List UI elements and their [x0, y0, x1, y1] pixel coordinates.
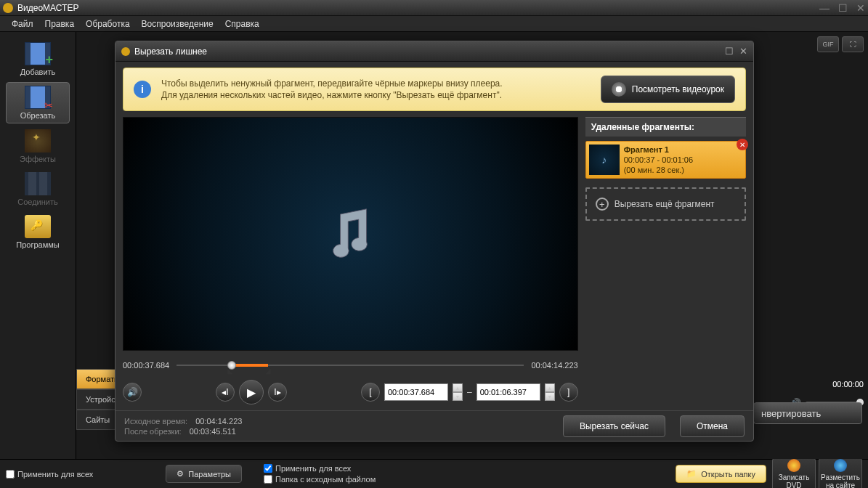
main-menu: Файл Правка Обработка Воспроизведение Сп… — [0, 16, 868, 32]
fragment-name: Фрагмент 1 — [624, 145, 693, 155]
plus-icon: + — [596, 198, 609, 211]
film-add-icon — [25, 42, 51, 65]
app-titlebar: ВидеоМАСТЕР — ☐ ✕ — [0, 0, 868, 16]
music-note-icon — [317, 201, 383, 267]
time-current: 00:00:37.684 — [123, 361, 169, 370]
sidebar-label: Обрезать — [20, 111, 56, 120]
params-button[interactable]: ⚙ Параметры — [166, 465, 242, 483]
folder-icon: 📁 — [686, 469, 697, 479]
cancel-button[interactable]: Отмена — [680, 415, 745, 437]
cut-dialog: Вырезать лишнее ☐ ✕ i Чтобы выделить нен… — [115, 41, 754, 442]
mark-end-button[interactable]: ] — [559, 383, 578, 402]
fragment-item[interactable]: ♪ Фрагмент 1 00:00:37 - 00:01:06 (00 мин… — [585, 141, 746, 179]
sidebar-label: Эффекты — [20, 155, 56, 163]
bottom-options: Применить для всех Папка с исходным файл… — [264, 464, 376, 484]
sidebar-item-cut[interactable]: Обрезать — [6, 82, 70, 123]
timeline[interactable]: ◣ ◢ — [177, 358, 524, 373]
dialog-titlebar: Вырезать лишнее ☐ ✕ — [115, 41, 753, 62]
app-logo-icon — [3, 3, 13, 13]
fragment-thumb-icon: ♪ — [589, 145, 620, 175]
next-frame-button[interactable]: I▸ — [268, 383, 287, 402]
watch-tutorial-button[interactable]: Посмотреть видеоурок — [601, 76, 735, 103]
left-sidebar: Добавить Обрезать Эффекты Соединить Прог… — [0, 32, 76, 459]
marker-left-icon[interactable]: ◣ — [227, 367, 233, 375]
maximize-button[interactable]: ☐ — [838, 2, 848, 14]
open-folder-button[interactable]: 📁 Открыть папку — [676, 465, 766, 483]
src-folder-checkbox[interactable] — [264, 475, 272, 484]
fragment-info: Фрагмент 1 00:00:37 - 00:01:06 (00 мин. … — [624, 145, 693, 175]
dialog-window-controls: ☐ ✕ — [725, 46, 747, 57]
gif-button[interactable]: GIF — [817, 36, 839, 52]
dialog-close-button[interactable]: ✕ — [739, 46, 747, 57]
menu-edit[interactable]: Правка — [39, 19, 81, 29]
prev-frame-button[interactable]: ◂I — [216, 383, 235, 402]
minimize-button[interactable]: — — [819, 2, 830, 14]
add-fragment-button[interactable]: + Вырезать ещё фрагмент — [585, 187, 746, 221]
dialog-hint: i Чтобы выделить ненужный фрагмент, пере… — [123, 68, 746, 111]
player: 00:00:37.684 ◣ ◢ 00:04:14.223 🔊 ◂I ▶ I▸ … — [123, 117, 578, 404]
convert-button[interactable]: нвертировать — [753, 402, 862, 424]
programs-icon — [25, 215, 51, 238]
app-title: ВидеоМАСТЕР — [17, 3, 819, 13]
preview-time: 00:00:00 — [832, 380, 864, 389]
dialog-logo-icon — [121, 47, 130, 56]
play-button[interactable]: ▶ — [239, 380, 264, 404]
hint-info-icon: i — [134, 81, 151, 98]
dialog-times: Исходное время: 00:04:14.223 После обрез… — [124, 416, 548, 436]
fullscreen-button[interactable]: ⛶ — [842, 36, 864, 52]
join-icon — [25, 172, 51, 195]
src-folder-option[interactable]: Папка с исходным файлом — [264, 475, 376, 484]
apply-all-2[interactable]: Применить для всех — [264, 464, 376, 473]
dialog-footer: Исходное время: 00:04:14.223 После обрез… — [115, 410, 753, 441]
apply-all-checkbox-2[interactable] — [264, 464, 272, 473]
range-start-spinner[interactable]: ▲▼ — [453, 383, 463, 401]
sidebar-label: Программы — [16, 240, 59, 249]
menu-playback[interactable]: Воспроизведение — [136, 19, 219, 29]
cut-now-button[interactable]: Вырезать сейчас — [563, 415, 665, 437]
bottom-bar: Применить для всех ⚙ Параметры Применить… — [0, 459, 868, 488]
convert-label: нвертировать — [761, 408, 821, 419]
mute-button[interactable]: 🔊 — [123, 383, 142, 402]
window-controls: — ☐ ✕ — [819, 2, 865, 14]
marker-right-icon[interactable]: ◢ — [265, 367, 271, 375]
sidebar-item-programs[interactable]: Программы — [6, 212, 70, 252]
eye-icon — [612, 82, 626, 97]
sidebar-label: Соединить — [17, 198, 58, 206]
fragment-range: 00:00:37 - 00:01:06 — [624, 155, 693, 165]
top-right-buttons: GIF ⛶ — [817, 36, 864, 52]
close-button[interactable]: ✕ — [856, 2, 865, 14]
fragment-remove-button[interactable]: ✕ — [737, 139, 748, 150]
player-screen — [123, 117, 578, 351]
gear-icon: ⚙ — [177, 469, 184, 479]
apply-all-checkbox-1[interactable] — [6, 470, 15, 479]
time-total: 00:04:14.223 — [531, 361, 577, 370]
range-dash: – — [467, 387, 472, 397]
fragments-heading: Удаленные фрагменты: — [585, 117, 746, 137]
fragment-duration: (00 мин. 28 сек.) — [624, 165, 693, 175]
deleted-fragments-panel: Удаленные фрагменты: ♪ Фрагмент 1 00:00:… — [585, 117, 746, 404]
menu-file[interactable]: Файл — [6, 19, 39, 29]
menu-process[interactable]: Обработка — [80, 19, 136, 29]
sidebar-label: Добавить — [20, 68, 56, 76]
hint-text: Чтобы выделить ненужный фрагмент, передв… — [161, 78, 591, 101]
range-start-input[interactable] — [384, 383, 448, 401]
dialog-title: Вырезать лишнее — [134, 46, 725, 57]
apply-all-1[interactable]: Применить для всех — [6, 470, 93, 479]
film-cut-icon — [25, 86, 51, 109]
range-end-spinner[interactable]: ▲▼ — [545, 383, 555, 401]
dialog-maximize-button[interactable]: ☐ — [725, 46, 734, 57]
timeline-row: 00:00:37.684 ◣ ◢ 00:04:14.223 — [123, 358, 578, 373]
range-end-input[interactable] — [476, 383, 540, 401]
sidebar-item-add[interactable]: Добавить — [6, 39, 70, 79]
sidebar-item-effects: Эффекты — [6, 126, 70, 166]
player-controls: 🔊 ◂I ▶ I▸ [ ▲▼ – ▲▼ ] — [123, 380, 578, 404]
sidebar-item-join: Соединить — [6, 169, 70, 209]
effects-icon — [25, 129, 51, 152]
mark-start-button[interactable]: [ — [361, 383, 380, 402]
menu-help[interactable]: Справка — [219, 19, 265, 29]
